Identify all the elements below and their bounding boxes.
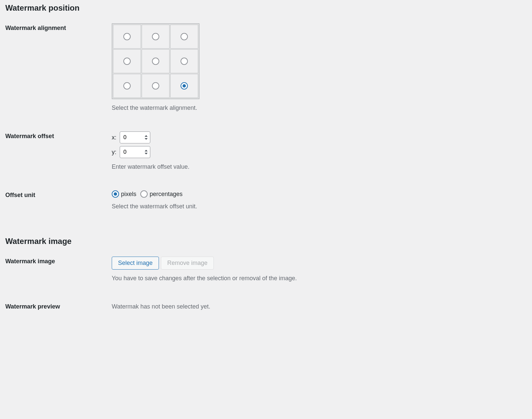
alignment-grid (112, 23, 200, 99)
preview-message: Watermak has not been selected yet. (112, 303, 527, 310)
remove-image-button[interactable]: Remove image (161, 257, 214, 270)
offset-y-input[interactable] (120, 146, 150, 158)
alignment-description: Select the watermark alignment. (112, 105, 527, 111)
offset-unit-group: pixels percentages (112, 190, 527, 198)
image-description: You have to save changes after the selec… (112, 275, 527, 282)
alignment-middle-left[interactable] (113, 49, 141, 73)
offset-unit-percentages[interactable]: percentages (140, 190, 183, 198)
alignment-middle-center[interactable] (142, 49, 170, 73)
offset-unit-pixels-label: pixels (121, 191, 136, 198)
offset-x-input[interactable] (120, 131, 150, 143)
section-heading-image: Watermark image (5, 237, 527, 246)
offset-description: Enter watermark offset value. (112, 163, 527, 170)
offset-y-label: y: (112, 149, 120, 156)
alignment-top-center[interactable] (142, 25, 170, 49)
offset-x-label: x: (112, 134, 120, 141)
label-offset-unit: Offset unit (5, 190, 112, 199)
offset-unit-pixels[interactable]: pixels (112, 190, 136, 198)
alignment-bottom-left[interactable] (113, 74, 141, 98)
section-heading-position: Watermark position (5, 3, 527, 13)
alignment-bottom-right[interactable] (170, 74, 198, 98)
label-watermark-preview: Watermark preview (5, 302, 112, 310)
offset-unit-percentages-label: percentages (150, 191, 183, 198)
unit-description: Select the watermark offset unit. (112, 203, 527, 210)
label-watermark-offset: Watermark offset (5, 131, 112, 140)
alignment-top-right[interactable] (170, 25, 198, 49)
alignment-bottom-center[interactable] (142, 74, 170, 98)
alignment-top-left[interactable] (113, 25, 141, 49)
select-image-button[interactable]: Select image (112, 257, 159, 270)
label-watermark-alignment: Watermark alignment (5, 23, 112, 32)
label-watermark-image: Watermark image (5, 257, 112, 265)
alignment-middle-right[interactable] (170, 49, 198, 73)
